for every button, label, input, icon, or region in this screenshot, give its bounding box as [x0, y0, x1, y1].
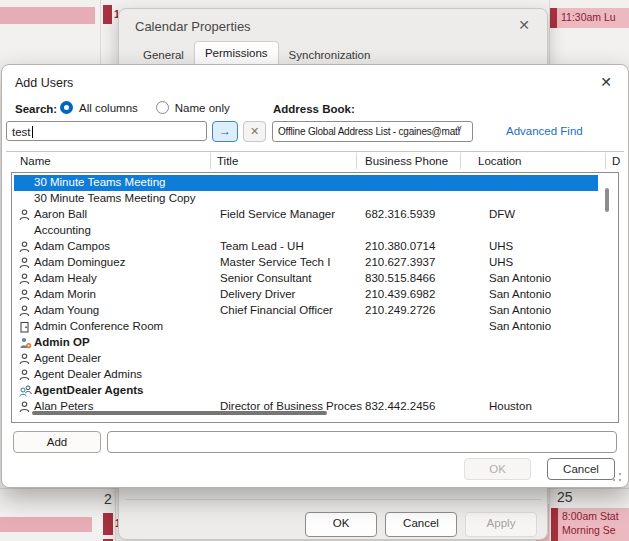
table-row[interactable]: Adam DominguezMaster Service Tech I210.6…	[14, 255, 598, 271]
cancel-button[interactable]: Cancel	[385, 512, 457, 537]
calendar-gridline	[100, 0, 101, 64]
search-go-button[interactable]: →	[212, 121, 238, 142]
search-clear-button[interactable]: ✕	[243, 121, 266, 142]
advanced-find-link[interactable]: Advanced Find	[506, 125, 583, 137]
table-row[interactable]: AgentDealer Agents	[14, 383, 598, 399]
table-row[interactable]: Adam MorinDelivery Driver210.439.6982San…	[14, 287, 598, 303]
radio-name-only[interactable]: Name only	[156, 101, 230, 114]
cell-business-phone: 210.380.0714	[365, 240, 435, 252]
radio-label: Name only	[175, 102, 230, 114]
table-row[interactable]: Admin OP	[14, 335, 598, 351]
ok-button[interactable]: OK	[464, 458, 531, 480]
close-icon[interactable]: ✕	[596, 72, 616, 92]
radio-selected-icon[interactable]	[60, 101, 73, 114]
table-row[interactable]: Adam YoungChief Financial Officer210.249…	[14, 303, 598, 319]
column-divider[interactable]	[210, 153, 211, 169]
cell-location: San Antonio	[489, 288, 551, 300]
address-book-select[interactable]: Offline Global Address List - cgaines@ma…	[272, 121, 473, 142]
cell-name: 30 Minute Teams Meeting Copy	[34, 192, 196, 204]
screen: 1 11:30am Lu 2 25 1 8:00am Stat Morning …	[0, 0, 629, 541]
person-icon	[19, 257, 32, 271]
text-caret	[32, 126, 33, 138]
dialog-title: Calendar Properties	[135, 19, 251, 34]
calendar-event[interactable]	[103, 513, 113, 535]
cell-name: 30 Minute Teams Meeting	[34, 176, 165, 188]
cell-title: Delivery Driver	[220, 288, 295, 300]
table-row[interactable]: Agent Dealer	[14, 351, 598, 367]
column-divider[interactable]	[460, 153, 461, 169]
recipients-field[interactable]	[107, 431, 617, 453]
table-row[interactable]: 30 Minute Teams Meeting Copy	[14, 191, 598, 207]
search-value: test	[12, 126, 31, 138]
radio-all-columns[interactable]: All columns	[60, 101, 138, 114]
apply-button[interactable]: Apply	[465, 512, 537, 537]
dialog-title: Add Users	[15, 76, 73, 90]
list-header: NameTitleBusiness PhoneLocationD	[2, 152, 628, 171]
calendar-event-label[interactable]: 8:00am Stat	[562, 510, 619, 523]
cell-name: Accounting	[34, 224, 91, 236]
group-icon	[19, 385, 32, 399]
close-icon[interactable]: ✕	[513, 15, 535, 35]
cell-name: Agent Dealer Admins	[34, 368, 142, 380]
person-icon	[19, 209, 32, 223]
add-users-dialog: Add Users ✕ Search: All columnsName only…	[1, 64, 629, 488]
cancel-button[interactable]: Cancel	[547, 458, 615, 480]
resize-grip-icon[interactable]	[611, 471, 623, 483]
person-icon	[19, 353, 32, 367]
cell-location: UHS	[489, 240, 513, 252]
room-icon	[19, 321, 32, 335]
cell-location: San Antonio	[489, 320, 551, 332]
add-button[interactable]: Add	[13, 431, 101, 453]
cell-business-phone: 832.442.2456	[365, 400, 435, 412]
table-row[interactable]: 30 Minute Teams Meeting	[14, 175, 598, 191]
cell-business-phone: 210.627.3937	[365, 256, 435, 268]
cell-name: Agent Dealer	[34, 352, 101, 364]
table-row[interactable]: Admin Conference RoomSan Antonio	[14, 319, 598, 335]
cell-name: AgentDealer Agents	[34, 384, 144, 396]
calendar-date[interactable]: 25	[557, 489, 573, 505]
person-icon	[19, 273, 32, 287]
calendar-event-accent	[550, 8, 557, 28]
calendar-event[interactable]	[103, 5, 112, 24]
person-icon	[19, 241, 32, 255]
group-color-icon	[19, 337, 32, 351]
cell-business-phone: 830.515.8466	[365, 272, 435, 284]
ok-button[interactable]: OK	[305, 512, 377, 537]
column-header-d[interactable]: D	[612, 155, 620, 167]
column-header-title[interactable]: Title	[217, 155, 238, 167]
calendar-gridline	[115, 488, 116, 541]
vertical-scrollbar[interactable]	[605, 188, 609, 212]
calendar-event-label[interactable]: Morning Se	[562, 524, 616, 537]
divider	[125, 499, 541, 500]
cell-name: Aaron Ball	[34, 208, 87, 220]
cell-location: DFW	[489, 208, 515, 220]
search-label: Search:	[15, 103, 57, 115]
calendar-event-accent	[551, 508, 558, 541]
person-icon	[19, 289, 32, 303]
search-input[interactable]: test	[6, 121, 207, 141]
calendar-event[interactable]	[0, 7, 95, 24]
horizontal-scrollbar[interactable]	[32, 411, 327, 415]
cell-name: Adam Healy	[34, 272, 97, 284]
cell-title: Chief Financial Officer	[220, 304, 333, 316]
cell-name: Adam Campos	[34, 240, 110, 252]
column-header-name[interactable]: Name	[20, 155, 51, 167]
radio-unselected-icon[interactable]	[156, 101, 169, 114]
table-row[interactable]: Aaron BallField Service Manager682.316.5…	[14, 207, 598, 223]
cell-title: Team Lead - UH	[220, 240, 304, 252]
table-row[interactable]: Adam HealySenior Consultant830.515.8466S…	[14, 271, 598, 287]
cell-business-phone: 682.316.5939	[365, 208, 435, 220]
column-header-business-phone[interactable]: Business Phone	[365, 155, 448, 167]
calendar-event[interactable]	[0, 517, 92, 532]
table-row[interactable]: Agent Dealer Admins	[14, 367, 598, 383]
column-divider[interactable]	[356, 153, 357, 169]
table-row[interactable]: Adam CamposTeam Lead - UH210.380.0714UHS	[14, 239, 598, 255]
cell-name: Adam Dominguez	[34, 256, 125, 268]
calendar-event-label[interactable]: 11:30am Lu	[561, 11, 616, 24]
cell-name: Admin OP	[34, 336, 90, 348]
column-header-location[interactable]: Location	[478, 155, 521, 167]
column-divider[interactable]	[605, 153, 606, 169]
person-icon	[19, 401, 32, 415]
table-row[interactable]: Accounting	[14, 223, 598, 239]
calendar-date[interactable]: 2	[104, 491, 112, 507]
